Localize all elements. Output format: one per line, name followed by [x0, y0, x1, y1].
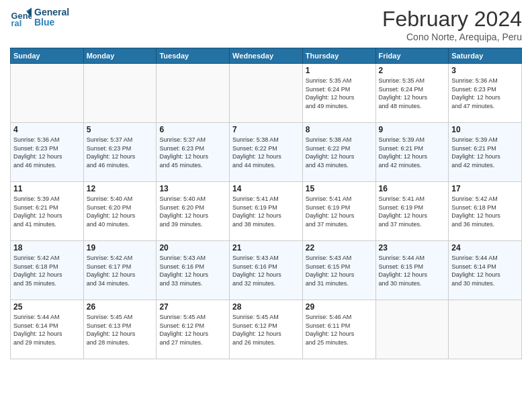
day-number: 29 — [306, 302, 373, 312]
day-number: 2 — [379, 66, 446, 75]
day-info: Sunrise: 5:38 AMSunset: 6:22 PMDaylight:… — [232, 136, 300, 169]
calendar-week-5: 25Sunrise: 5:44 AMSunset: 6:14 PMDayligh… — [11, 300, 522, 359]
calendar-cell — [157, 64, 230, 123]
day-info: Sunrise: 5:43 AMSunset: 6:16 PMDaylight:… — [159, 254, 226, 287]
day-number: 6 — [159, 125, 226, 134]
calendar-cell: 12Sunrise: 5:40 AMSunset: 6:20 PMDayligh… — [83, 182, 157, 241]
calendar-cell — [449, 300, 522, 359]
calendar-cell: 5Sunrise: 5:37 AMSunset: 6:23 PMDaylight… — [83, 123, 157, 182]
day-info: Sunrise: 5:38 AMSunset: 6:22 PMDaylight:… — [306, 136, 373, 169]
weekday-header-sunday: Sunday — [11, 48, 84, 64]
calendar-title: February 2024 — [382, 7, 522, 32]
day-info: Sunrise: 5:39 AMSunset: 6:21 PMDaylight:… — [13, 195, 81, 228]
weekday-header-wednesday: Wednesday — [230, 48, 303, 64]
calendar-cell: 9Sunrise: 5:39 AMSunset: 6:21 PMDaylight… — [375, 123, 449, 182]
day-number: 15 — [306, 184, 373, 193]
calendar-cell: 28Sunrise: 5:45 AMSunset: 6:12 PMDayligh… — [230, 300, 303, 359]
day-number: 18 — [13, 243, 81, 253]
day-info: Sunrise: 5:37 AMSunset: 6:23 PMDaylight:… — [159, 136, 226, 169]
calendar-cell: 11Sunrise: 5:39 AMSunset: 6:21 PMDayligh… — [11, 182, 84, 241]
calendar-week-1: 1Sunrise: 5:35 AMSunset: 6:24 PMDaylight… — [11, 64, 522, 123]
calendar-cell: 21Sunrise: 5:43 AMSunset: 6:16 PMDayligh… — [230, 241, 303, 300]
logo-line2: Blue — [34, 17, 69, 28]
header: Gene ral General Blue February 2024 Cono… — [10, 7, 522, 42]
day-number: 20 — [159, 243, 226, 253]
day-info: Sunrise: 5:44 AMSunset: 6:14 PMDaylight:… — [13, 313, 81, 347]
logo: Gene ral General Blue — [10, 7, 69, 28]
title-block: February 2024 Cono Norte, Arequipa, Peru — [382, 7, 522, 42]
logo-icon: Gene ral — [10, 7, 32, 28]
calendar-cell: 7Sunrise: 5:38 AMSunset: 6:22 PMDaylight… — [230, 123, 303, 182]
day-number: 8 — [306, 125, 373, 134]
day-number: 10 — [451, 125, 519, 134]
day-number: 7 — [232, 125, 300, 134]
calendar-cell: 14Sunrise: 5:41 AMSunset: 6:19 PMDayligh… — [230, 182, 303, 241]
weekday-header-tuesday: Tuesday — [157, 48, 230, 64]
svg-text:ral: ral — [11, 18, 22, 28]
day-info: Sunrise: 5:40 AMSunset: 6:20 PMDaylight:… — [159, 195, 226, 228]
calendar-week-4: 18Sunrise: 5:42 AMSunset: 6:18 PMDayligh… — [11, 241, 522, 300]
day-info: Sunrise: 5:41 AMSunset: 6:19 PMDaylight:… — [379, 195, 446, 228]
day-number: 16 — [379, 184, 446, 193]
calendar-cell: 23Sunrise: 5:44 AMSunset: 6:15 PMDayligh… — [375, 241, 449, 300]
weekday-header-monday: Monday — [83, 48, 157, 64]
calendar-cell: 4Sunrise: 5:36 AMSunset: 6:23 PMDaylight… — [11, 123, 84, 182]
day-number: 11 — [13, 184, 81, 193]
day-info: Sunrise: 5:45 AMSunset: 6:12 PMDaylight:… — [232, 313, 300, 347]
calendar-cell: 8Sunrise: 5:38 AMSunset: 6:22 PMDaylight… — [302, 123, 375, 182]
day-number: 17 — [451, 184, 519, 193]
day-info: Sunrise: 5:36 AMSunset: 6:23 PMDaylight:… — [13, 136, 81, 169]
calendar-cell — [83, 64, 157, 123]
calendar-subtitle: Cono Norte, Arequipa, Peru — [382, 32, 522, 42]
day-number: 27 — [159, 302, 226, 312]
day-info: Sunrise: 5:42 AMSunset: 6:18 PMDaylight:… — [13, 254, 81, 287]
day-info: Sunrise: 5:45 AMSunset: 6:12 PMDaylight:… — [159, 313, 226, 347]
calendar-week-3: 11Sunrise: 5:39 AMSunset: 6:21 PMDayligh… — [11, 182, 522, 241]
day-number: 23 — [379, 243, 446, 253]
day-number: 5 — [87, 125, 154, 134]
day-number: 22 — [306, 243, 373, 253]
day-info: Sunrise: 5:35 AMSunset: 6:24 PMDaylight:… — [306, 77, 373, 110]
weekday-header-thursday: Thursday — [302, 48, 375, 64]
calendar-cell: 15Sunrise: 5:41 AMSunset: 6:19 PMDayligh… — [302, 182, 375, 241]
calendar-cell — [11, 64, 84, 123]
day-info: Sunrise: 5:36 AMSunset: 6:23 PMDaylight:… — [451, 77, 519, 110]
calendar-cell: 13Sunrise: 5:40 AMSunset: 6:20 PMDayligh… — [157, 182, 230, 241]
calendar-cell: 26Sunrise: 5:45 AMSunset: 6:13 PMDayligh… — [83, 300, 157, 359]
day-info: Sunrise: 5:42 AMSunset: 6:17 PMDaylight:… — [87, 254, 154, 287]
day-info: Sunrise: 5:39 AMSunset: 6:21 PMDaylight:… — [379, 136, 446, 169]
calendar-cell: 19Sunrise: 5:42 AMSunset: 6:17 PMDayligh… — [83, 241, 157, 300]
day-info: Sunrise: 5:43 AMSunset: 6:16 PMDaylight:… — [232, 254, 300, 287]
day-number: 25 — [13, 302, 81, 312]
calendar-cell: 18Sunrise: 5:42 AMSunset: 6:18 PMDayligh… — [11, 241, 84, 300]
weekday-header-saturday: Saturday — [449, 48, 522, 64]
day-info: Sunrise: 5:44 AMSunset: 6:15 PMDaylight:… — [379, 254, 446, 287]
day-number: 4 — [13, 125, 81, 134]
day-info: Sunrise: 5:45 AMSunset: 6:13 PMDaylight:… — [87, 313, 154, 347]
weekday-header-friday: Friday — [375, 48, 449, 64]
calendar-cell: 29Sunrise: 5:46 AMSunset: 6:11 PMDayligh… — [302, 300, 375, 359]
day-number: 26 — [87, 302, 154, 312]
day-number: 28 — [232, 302, 300, 312]
calendar-cell: 3Sunrise: 5:36 AMSunset: 6:23 PMDaylight… — [449, 64, 522, 123]
calendar-cell: 27Sunrise: 5:45 AMSunset: 6:12 PMDayligh… — [157, 300, 230, 359]
day-info: Sunrise: 5:44 AMSunset: 6:14 PMDaylight:… — [451, 254, 519, 287]
day-info: Sunrise: 5:42 AMSunset: 6:18 PMDaylight:… — [451, 195, 519, 228]
calendar-cell: 20Sunrise: 5:43 AMSunset: 6:16 PMDayligh… — [157, 241, 230, 300]
calendar-cell: 17Sunrise: 5:42 AMSunset: 6:18 PMDayligh… — [449, 182, 522, 241]
day-info: Sunrise: 5:37 AMSunset: 6:23 PMDaylight:… — [87, 136, 154, 169]
day-number: 21 — [232, 243, 300, 253]
logo-line1: General — [34, 7, 69, 17]
calendar-table: SundayMondayTuesdayWednesdayThursdayFrid… — [10, 48, 522, 359]
calendar-cell: 25Sunrise: 5:44 AMSunset: 6:14 PMDayligh… — [11, 300, 84, 359]
calendar-cell: 2Sunrise: 5:35 AMSunset: 6:24 PMDaylight… — [375, 64, 449, 123]
day-info: Sunrise: 5:41 AMSunset: 6:19 PMDaylight:… — [232, 195, 300, 228]
day-number: 3 — [451, 66, 519, 75]
day-info: Sunrise: 5:43 AMSunset: 6:15 PMDaylight:… — [306, 254, 373, 287]
day-info: Sunrise: 5:35 AMSunset: 6:24 PMDaylight:… — [379, 77, 446, 110]
calendar-cell — [375, 300, 449, 359]
calendar-cell: 6Sunrise: 5:37 AMSunset: 6:23 PMDaylight… — [157, 123, 230, 182]
day-info: Sunrise: 5:40 AMSunset: 6:20 PMDaylight:… — [87, 195, 154, 228]
day-number: 24 — [451, 243, 519, 253]
calendar-cell: 22Sunrise: 5:43 AMSunset: 6:15 PMDayligh… — [302, 241, 375, 300]
